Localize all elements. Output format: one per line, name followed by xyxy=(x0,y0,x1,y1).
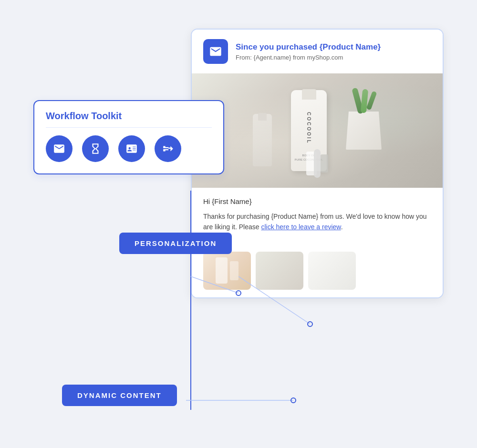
svg-point-7 xyxy=(291,398,296,403)
mail-icon xyxy=(53,143,65,155)
contact-card-icon xyxy=(125,143,138,155)
toolkit-icons-row xyxy=(46,135,212,162)
toolkit-contact-button[interactable] xyxy=(118,135,145,162)
hourglass-icon xyxy=(89,143,102,155)
personalization-badge: PERSONALIZATION xyxy=(119,233,232,254)
toolkit-card: Workflow Toolkit xyxy=(33,100,224,174)
toolkit-timer-button[interactable] xyxy=(82,135,109,162)
toolkit-email-button[interactable] xyxy=(46,135,73,162)
toolkit-title: Workflow Toolkit xyxy=(46,111,212,128)
email-card: Since you purchased {Product Name} From:… xyxy=(191,29,444,298)
toolkit-workflow-button[interactable] xyxy=(155,135,181,162)
svg-point-5 xyxy=(308,322,312,326)
dynamic-content-badge: DYNAMIC CONTENT xyxy=(62,385,177,406)
workflow-branch-icon xyxy=(162,143,174,155)
product-thumb-3 xyxy=(308,252,356,290)
